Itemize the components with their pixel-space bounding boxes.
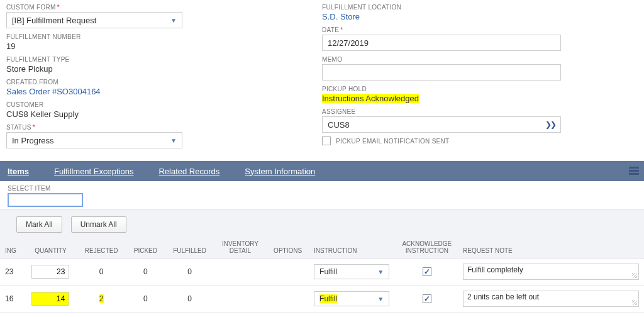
col-rejected: REJECTED <box>77 238 125 259</box>
cell-ing: 23 <box>0 259 24 286</box>
input-select-item[interactable] <box>8 193 83 207</box>
chevron-down-icon: ▼ <box>170 17 177 24</box>
chevron-down-icon: ▼ <box>170 137 177 144</box>
highlight-pickup-hold: Instructions Acknowledged <box>322 94 419 103</box>
value-fulfillment-number: 19 <box>6 42 297 51</box>
col-inventory-detail: INVENTORY DETAIL <box>214 238 267 259</box>
field-assignee: ASSIGNEE CUS8 ❯❯ PICKUP EMAIL NOTIFICATI… <box>322 108 613 145</box>
input-quantity[interactable] <box>31 292 69 306</box>
select-custom-form[interactable]: [IB] Fulfillment Request ▼ <box>6 12 182 28</box>
field-fulfillment-number: FULFILLMENT NUMBER 19 <box>6 33 297 51</box>
label-select-item: SELECT ITEM <box>8 185 636 192</box>
label-memo: MEMO <box>322 56 613 63</box>
left-column: CUSTOM FORM* [IB] Fulfillment Request ▼ … <box>6 4 322 153</box>
label-pickup-email: PICKUP EMAIL NOTIFICATION SENT <box>336 138 450 145</box>
label-fulfillment-type: FULFILLMENT TYPE <box>6 56 297 63</box>
chevron-down-icon: ▼ <box>377 269 384 275</box>
textarea-request-note[interactable]: Fulfill completely <box>463 264 639 280</box>
tab-related[interactable]: Related Records <box>158 167 219 176</box>
select-instruction-value: Fulfill <box>319 294 337 303</box>
table-header-row: ING QUANTITY REJECTED PICKED FULFILLED I… <box>0 238 644 259</box>
field-pickup-hold: PICKUP HOLD Instructions Acknowledged <box>322 86 613 103</box>
tab-exceptions[interactable]: Fulfillment Exceptions <box>54 167 133 176</box>
select-instruction[interactable]: Fulfill ▼ <box>314 291 389 306</box>
select-assignee[interactable]: CUS8 ❯❯ <box>322 116 561 133</box>
tab-bar: Items Fulfillment Exceptions Related Rec… <box>0 161 644 181</box>
cell-rejected: 2 <box>77 286 125 313</box>
cell-picked: 0 <box>125 259 165 286</box>
right-column: FULFILLMENT LOCATION S.D. Store DATE* 12… <box>322 4 638 153</box>
cell-ack: ✓ <box>396 259 458 286</box>
label-custom-form: CUSTOM FORM* <box>6 4 297 11</box>
label-fulfillment-location: FULFILLMENT LOCATION <box>322 4 613 11</box>
cell-options <box>267 259 309 286</box>
table-row[interactable]: 16 2 0 0 Fulfill ▼ ✓ 2 units can be left… <box>0 286 644 313</box>
label-date: DATE* <box>322 26 613 33</box>
col-instruction: INSTRUCTION <box>309 238 396 259</box>
field-memo: MEMO <box>322 56 613 81</box>
field-fulfillment-location: FULFILLMENT LOCATION S.D. Store <box>322 4 613 21</box>
unmark-all-button[interactable]: Unmark All <box>71 216 126 233</box>
cell-request-note: Fulfill completely <box>458 259 644 286</box>
cell-instruction: Fulfill ▼ <box>309 286 396 313</box>
cell-request-note: 2 units can be left out <box>458 286 644 313</box>
select-status[interactable]: In Progress ▼ <box>6 132 182 148</box>
tab-items[interactable]: Items <box>8 167 29 176</box>
checkbox-ack[interactable]: ✓ <box>423 267 431 276</box>
panel-toggle-icon[interactable] <box>629 167 639 175</box>
list-area: Mark All Unmark All ING QUANTITY REJECTE… <box>0 209 644 313</box>
col-quantity: QUANTITY <box>24 238 77 259</box>
field-status: STATUS* In Progress ▼ <box>6 124 297 148</box>
field-customer: CUSTOMER CUS8 Keller Supply <box>6 101 297 119</box>
table-row[interactable]: 23 0 0 0 Fulfill ▼ ✓ Fulfill completely <box>0 259 644 286</box>
cell-instruction: Fulfill ▼ <box>309 259 396 286</box>
label-assignee: ASSIGNEE <box>322 108 613 115</box>
label-created-from: CREATED FROM <box>6 79 297 86</box>
select-instruction-value: Fulfill <box>319 267 337 276</box>
double-chevron-icon: ❯❯ <box>545 120 555 129</box>
form-area: CUSTOM FORM* [IB] Fulfillment Request ▼ … <box>0 0 644 161</box>
col-ack: ACKNOWLEDGE INSTRUCTION <box>396 238 458 259</box>
col-picked: PICKED <box>125 238 165 259</box>
input-quantity[interactable] <box>31 265 69 279</box>
cell-inventory-detail <box>214 286 267 313</box>
col-ing: ING <box>0 238 24 259</box>
mark-all-button[interactable]: Mark All <box>16 216 62 233</box>
cell-options <box>267 286 309 313</box>
cell-fulfilled: 0 <box>166 286 214 313</box>
page-container: CUSTOM FORM* [IB] Fulfillment Request ▼ … <box>0 0 644 313</box>
cell-fulfilled: 0 <box>166 259 214 286</box>
subtab-area: SELECT ITEM <box>0 181 644 209</box>
checkbox-pickup-email[interactable] <box>322 136 331 145</box>
cell-quantity <box>24 259 77 286</box>
value-customer: CUS8 Keller Supply <box>6 109 297 119</box>
button-row: Mark All Unmark All <box>0 214 644 238</box>
input-date[interactable]: 12/27/2019 <box>322 35 561 51</box>
label-customer: CUSTOMER <box>6 101 297 108</box>
select-custom-form-value: [IB] Fulfillment Request <box>12 16 96 25</box>
cell-ack: ✓ <box>396 286 458 313</box>
field-custom-form: CUSTOM FORM* [IB] Fulfillment Request ▼ <box>6 4 297 28</box>
link-created-from[interactable]: Sales Order #SO3004164 <box>6 87 297 96</box>
cell-rejected: 0 <box>77 259 125 286</box>
link-fulfillment-location[interactable]: S.D. Store <box>322 12 613 21</box>
col-request-note: REQUEST NOTE <box>458 238 644 259</box>
input-memo[interactable] <box>322 64 561 81</box>
checkbox-ack[interactable]: ✓ <box>423 294 431 303</box>
input-date-value: 12/27/2019 <box>328 38 369 48</box>
chevron-down-icon: ▼ <box>377 296 384 303</box>
select-instruction[interactable]: Fulfill ▼ <box>314 264 389 279</box>
tab-system[interactable]: System Information <box>245 167 315 176</box>
value-pickup-hold: Instructions Acknowledged <box>322 94 613 103</box>
select-status-value: In Progress <box>12 136 53 145</box>
field-created-from: CREATED FROM Sales Order #SO3004164 <box>6 79 297 96</box>
cell-picked: 0 <box>125 286 165 313</box>
label-pickup-hold: PICKUP HOLD <box>322 86 613 92</box>
row-pickup-email: PICKUP EMAIL NOTIFICATION SENT <box>322 136 613 145</box>
cell-ing: 16 <box>0 286 24 313</box>
select-assignee-value: CUS8 <box>328 120 350 130</box>
cell-inventory-detail <box>214 259 267 286</box>
textarea-request-note[interactable]: 2 units can be left out <box>463 291 639 307</box>
items-table: ING QUANTITY REJECTED PICKED FULFILLED I… <box>0 238 644 313</box>
label-fulfillment-number: FULFILLMENT NUMBER <box>6 33 297 40</box>
